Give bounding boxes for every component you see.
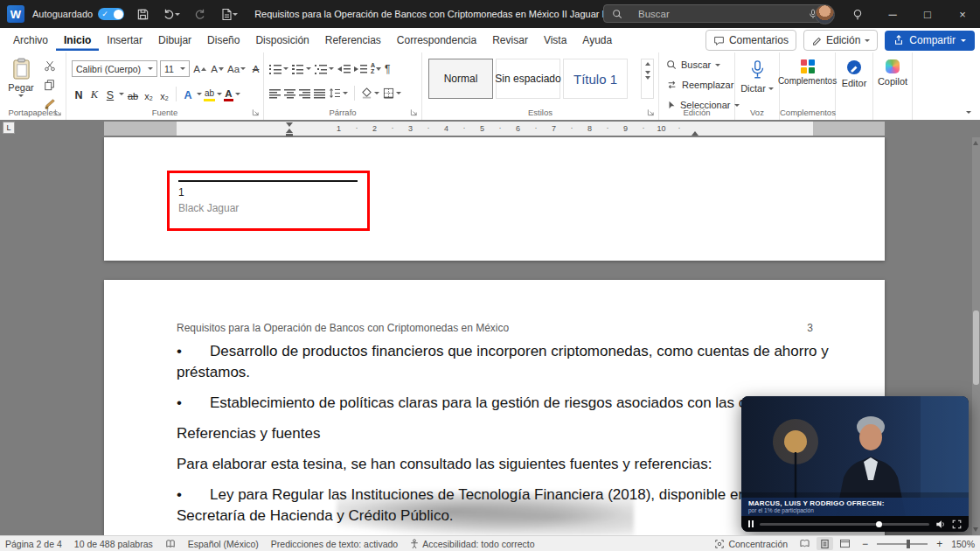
sort-icon[interactable]: AZ [371,60,381,77]
video-progress-bar[interactable] [760,523,929,526]
lightbulb-icon[interactable] [847,3,868,25]
focus-mode-button[interactable]: Concentración [714,539,788,549]
strikethrough-button[interactable]: ab [126,85,140,102]
language-indicator[interactable]: Español (México) [188,539,259,549]
print-layout-button[interactable] [817,537,833,550]
styles-more-icon[interactable] [645,80,650,95]
shrink-font-button[interactable]: A [210,61,225,77]
align-left-icon[interactable] [269,85,281,101]
copy-icon[interactable] [44,79,56,91]
page-1[interactable]: 1 Black Jaguar [104,137,885,261]
search-bar[interactable]: Buscar [603,4,827,23]
ribbon-tab[interactable]: Referencias [317,30,389,51]
zoom-in-button[interactable]: + [936,538,942,550]
font-name-combo[interactable]: Calibri (Cuerpo) [72,60,157,77]
proofing-icon[interactable] [165,539,176,548]
styles-scroll-up-icon[interactable] [645,62,650,66]
justify-icon[interactable] [314,85,325,101]
clipboard-dialog-launcher-icon[interactable] [54,108,62,116]
ribbon-tab[interactable]: Ayuda [574,30,620,51]
grow-font-button[interactable]: A [192,61,207,77]
copilot-button[interactable]: Copilot [873,59,912,87]
italic-button[interactable]: K [87,85,101,102]
paste-button[interactable]: Pegar [3,58,39,97]
tab-stop-selector[interactable]: L [3,122,15,134]
scroll-down-icon[interactable] [973,527,978,532]
decrease-indent-icon[interactable] [337,60,351,77]
bullet-paragraph-2[interactable]: •Establecimiento de políticas claras par… [177,393,813,414]
fullscreen-icon[interactable] [952,520,962,529]
close-button[interactable]: × [945,0,980,28]
style-card[interactable]: Sin espaciado [496,59,560,99]
subscript-button[interactable]: x2 [142,85,156,102]
editing-mode-button[interactable]: Edición [803,30,878,51]
bullet-paragraph-3[interactable]: •Ley para Regular las Instituciones de T… [177,485,813,527]
clear-formatting-button[interactable]: A [248,61,263,77]
ribbon-tab[interactable]: Archivo [5,30,56,51]
ribbon-tab[interactable]: Diseño [199,30,247,51]
addins-button[interactable]: Complementos [780,59,835,86]
replace-button[interactable]: Reemplazar [666,80,733,90]
references-heading[interactable]: Referencias y fuentes [177,423,813,444]
ribbon-tab[interactable]: Disposición [247,30,316,51]
right-indent-marker[interactable] [692,131,699,136]
text-effects-button[interactable]: A [181,86,202,102]
font-size-combo[interactable]: 11 [160,60,190,77]
volume-icon[interactable] [935,520,946,529]
read-mode-button[interactable] [796,537,813,550]
references-intro[interactable]: Para elaborar esta tesina, se han consul… [177,454,813,475]
find-button[interactable]: Buscar [666,59,720,70]
word-logo-icon[interactable]: W [7,5,24,23]
page-indicator[interactable]: Página 2 de 4 [5,539,62,549]
maximize-button[interactable]: □ [910,0,945,28]
font-color-button[interactable]: A [224,86,240,102]
styles-scroll-down-icon[interactable] [645,71,650,74]
change-case-button[interactable]: Aa [227,61,246,77]
autosave-toggle[interactable]: ✓ [98,8,124,20]
numbered-list-icon[interactable] [292,60,311,77]
user-avatar[interactable] [815,4,835,24]
dictate-button[interactable]: Dictar [735,59,779,94]
paragraph-dialog-launcher-icon[interactable] [410,108,418,116]
comments-button[interactable]: Comentarios [705,30,796,51]
footnote-text[interactable]: Black Jaguar [178,202,367,214]
align-center-icon[interactable] [284,85,295,101]
ribbon-tab[interactable]: Revisar [484,30,536,51]
line-spacing-icon[interactable] [329,85,348,101]
undo-icon[interactable] [161,3,182,25]
progress-knob[interactable] [876,521,882,527]
document-canvas[interactable]: 1 Black Jaguar Requisitos para la Operac… [0,137,980,535]
accessibility-status[interactable]: Accesibilidad: todo correcto [410,539,534,549]
style-card[interactable]: Título 1 [563,59,628,99]
bullet-list-icon[interactable] [269,60,288,77]
editor-button[interactable]: Editor [836,59,872,88]
text-predictions[interactable]: Predicciones de texto: activado [271,539,398,549]
shading-icon[interactable] [361,85,379,101]
style-card[interactable]: Normal [428,59,493,99]
increase-indent-icon[interactable] [354,60,367,77]
pause-icon[interactable] [748,520,754,527]
ribbon-tab[interactable]: Dibujar [150,30,199,51]
align-right-icon[interactable] [299,85,310,101]
redo-icon[interactable] [190,3,211,25]
bold-button[interactable]: N [72,85,86,102]
show-marks-icon[interactable]: ¶ [385,60,390,77]
ribbon-tab[interactable]: Vista [536,30,574,51]
highlight-button[interactable]: ab [204,86,222,102]
collapse-ribbon-icon[interactable] [966,111,971,114]
zoom-level[interactable]: 150% [951,539,975,549]
minimize-button[interactable]: ─ [875,0,910,28]
ribbon-tab[interactable]: Correspondencia [389,30,484,51]
ribbon-tab[interactable]: Inicio [56,30,99,51]
horizontal-ruler[interactable]: 12345678910 [104,122,885,136]
save-icon[interactable] [132,3,153,25]
cut-icon[interactable] [44,59,56,72]
multilevel-list-icon[interactable] [315,60,334,77]
zoom-slider-thumb[interactable] [907,540,910,548]
word-count[interactable]: 10 de 488 palabras [74,539,153,549]
borders-icon[interactable] [383,85,401,101]
left-indent-marker[interactable] [286,122,293,136]
font-dialog-launcher-icon[interactable] [252,108,260,116]
scroll-up-icon[interactable] [973,141,978,145]
superscript-button[interactable]: x2 [157,85,171,102]
